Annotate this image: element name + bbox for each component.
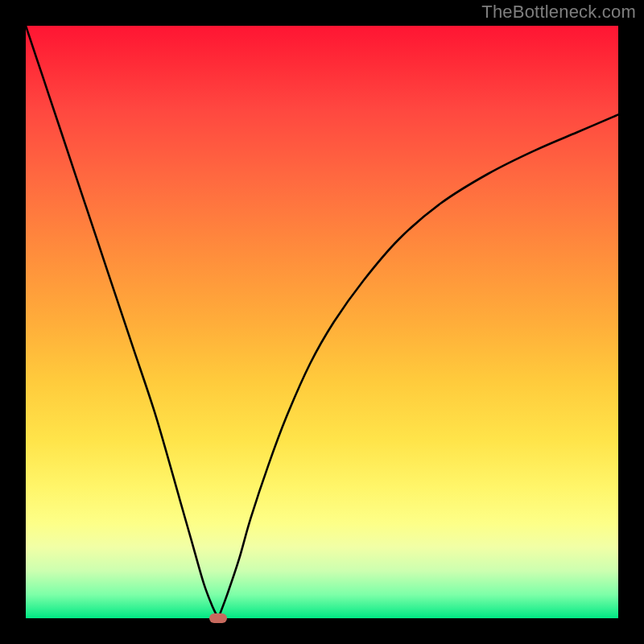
minimum-marker [209,613,227,623]
watermark-text: TheBottleneck.com [481,2,636,23]
bottleneck-curve [26,26,618,618]
plot-area [26,26,618,618]
chart-frame: TheBottleneck.com [0,0,644,644]
